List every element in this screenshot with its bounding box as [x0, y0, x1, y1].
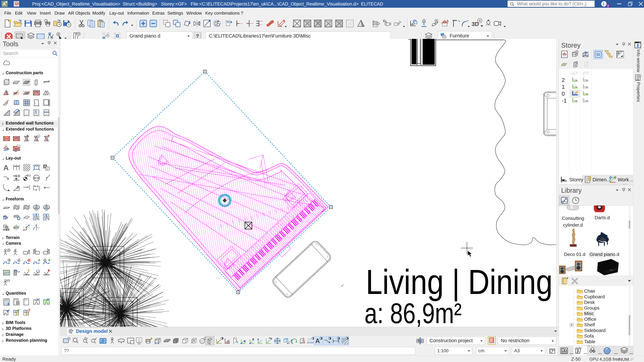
- svg-text:i: i: [18, 145, 19, 147]
- svg-text:m²: m²: [46, 298, 50, 301]
- svg-text:a: 86,9m²: a: 86,9m²: [364, 297, 462, 327]
- svg-text:A: A: [315, 337, 320, 345]
- svg-text:+0.0: +0.0: [13, 174, 20, 178]
- svg-text:i: i: [38, 135, 39, 138]
- svg-text:A: A: [3, 164, 9, 171]
- svg-text:m²: m²: [36, 298, 40, 301]
- svg-text:+0.1: +0.1: [25, 174, 30, 177]
- svg-text:Z: Z: [14, 148, 17, 152]
- svg-text:Σ: Σ: [35, 110, 37, 114]
- svg-text:Living | Dining: Living | Dining: [366, 263, 552, 301]
- svg-text:A⊕B: A⊕B: [3, 228, 10, 231]
